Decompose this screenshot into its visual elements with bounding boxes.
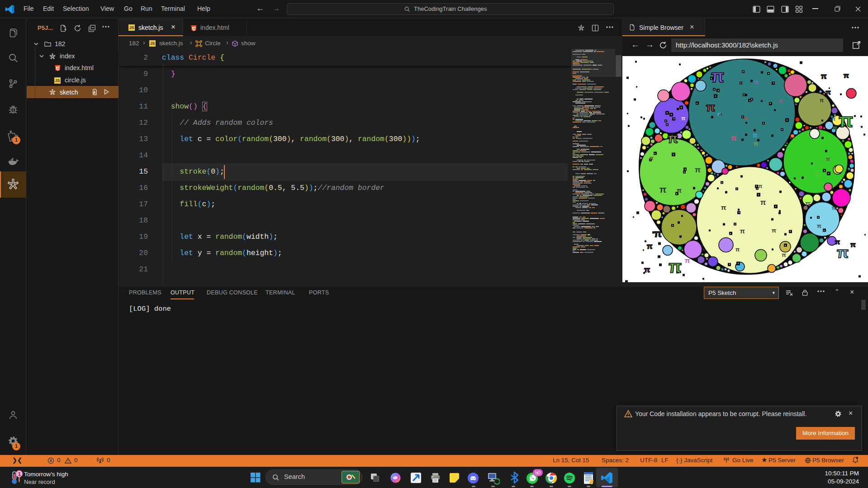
svg-text:π: π <box>668 131 678 146</box>
svg-text:π: π <box>832 205 836 211</box>
svg-text:π: π <box>826 156 830 162</box>
svg-text:π: π <box>745 116 748 121</box>
svg-text:π: π <box>677 187 682 194</box>
svg-text:π: π <box>772 227 776 234</box>
svg-text:π: π <box>754 79 759 85</box>
svg-text:π: π <box>735 246 740 253</box>
svg-text:π: π <box>850 241 856 248</box>
svg-text:π: π <box>837 244 849 261</box>
svg-text:π: π <box>825 88 831 96</box>
svg-text:π: π <box>839 110 853 131</box>
svg-text:π: π <box>681 115 685 122</box>
svg-text:π: π <box>753 132 758 139</box>
svg-text:π: π <box>650 155 654 161</box>
svg-text:π: π <box>778 98 783 104</box>
svg-text:π: π <box>814 171 819 178</box>
svg-text:π: π <box>754 140 758 147</box>
svg-text:π: π <box>821 72 826 80</box>
svg-text:π: π <box>669 257 682 276</box>
svg-text:π: π <box>760 199 766 206</box>
svg-text:π: π <box>835 238 840 246</box>
svg-text:π: π <box>721 204 726 211</box>
svg-text:π: π <box>740 227 745 235</box>
svg-text:π: π <box>685 256 690 264</box>
svg-text:π: π <box>659 185 666 194</box>
svg-text:π: π <box>731 134 736 142</box>
svg-text:1: 1 <box>18 471 21 477</box>
svg-text:π: π <box>644 265 650 274</box>
svg-text:π: π <box>758 183 762 190</box>
svg-text:π: π <box>817 223 821 229</box>
svg-text:π: π <box>706 100 715 114</box>
svg-text:π: π <box>820 97 824 104</box>
svg-text:π: π <box>805 200 811 208</box>
svg-text:π: π <box>695 166 701 174</box>
svg-text:π: π <box>782 251 786 258</box>
svg-text:π: π <box>844 71 849 79</box>
svg-text:π: π <box>654 228 662 239</box>
svg-text:π: π <box>831 116 835 122</box>
svg-text:π: π <box>647 242 652 250</box>
svg-text:π: π <box>717 111 721 117</box>
svg-text:π: π <box>833 124 837 131</box>
svg-text:π: π <box>711 67 724 86</box>
